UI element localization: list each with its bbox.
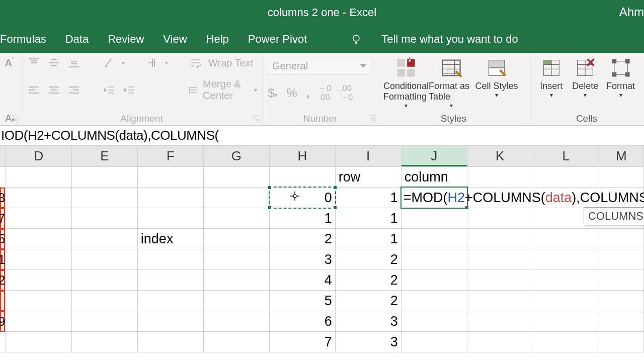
cell-J2-editing[interactable]: =MOD(H2+COLUMNS(data),COLUMNS — [401, 188, 467, 208]
format-icon — [610, 57, 632, 79]
number-format-dropdown[interactable]: General — [268, 57, 371, 75]
formula-bar[interactable]: IOD(H2+COLUMNS(data),COLUMNS( — [0, 126, 644, 146]
col-header-D[interactable]: D — [6, 146, 72, 166]
svg-point-17 — [293, 195, 296, 198]
svg-rect-7 — [489, 60, 505, 68]
col-header-J[interactable]: J — [401, 146, 467, 166]
wrap-text-button[interactable]: Wrap Text — [188, 57, 253, 69]
svg-rect-13 — [612, 59, 616, 63]
svg-rect-5 — [407, 69, 415, 76]
cell-I8[interactable]: 3 — [336, 311, 401, 332]
cell-I7[interactable]: 2 — [336, 291, 401, 311]
font-dialog-launcher[interactable]: ↘ — [11, 115, 19, 123]
cell-I9[interactable]: 3 — [336, 332, 401, 352]
cell-I6[interactable]: 2 — [336, 270, 401, 291]
tab-data[interactable]: Data — [65, 33, 89, 46]
cell-H5[interactable]: 3 — [270, 249, 336, 270]
cells-group: Insert▾ Delete▾ Format▾ Cells — [529, 53, 644, 125]
styles-group-label: Styles — [383, 111, 524, 124]
col-header-F[interactable]: F — [138, 146, 204, 166]
tab-view[interactable]: View — [163, 33, 187, 46]
col-header-G[interactable]: G — [204, 146, 270, 166]
function-tooltip: COLUMNS(arr — [584, 207, 644, 225]
lightbulb-icon — [350, 33, 362, 45]
styles-group: Conditional Formatting▾ Format as Table▾… — [378, 53, 529, 125]
conditional-formatting-icon — [395, 57, 417, 79]
cell-I1[interactable]: row — [336, 167, 401, 188]
chevron-down-icon — [360, 64, 367, 68]
svg-rect-10 — [543, 60, 551, 65]
title-bar: columns 2 one - Excel Ahm — [0, 0, 644, 25]
insert-cells-button[interactable]: Insert▾ — [534, 57, 569, 99]
merge-center-button[interactable]: Merge & Center ▾ — [189, 78, 257, 102]
cell-styles-icon — [486, 57, 508, 79]
font-size-button[interactable]: Aˇ — [5, 57, 14, 69]
svg-rect-2 — [397, 59, 405, 66]
align-center-icon[interactable] — [46, 84, 61, 96]
cell-H2-selected[interactable]: 0 — [270, 188, 336, 208]
decrease-decimal-button[interactable]: .00→0 — [340, 84, 353, 102]
cells-group-label: Cells — [534, 111, 639, 124]
comma-style-button[interactable]: , — [306, 86, 310, 100]
cell-styles-button[interactable]: Cell Styles▾ — [474, 57, 519, 109]
increase-decimal-button[interactable]: ←0.00 — [318, 84, 331, 102]
align-left-icon[interactable] — [26, 84, 41, 96]
currency-button[interactable]: $▾ — [268, 86, 277, 100]
conditional-formatting-button[interactable]: Conditional Formatting▾ — [383, 57, 429, 109]
number-group: General $▾ % , ←0.00 .00→0 Number ↘ — [263, 53, 378, 125]
merge-icon — [189, 84, 198, 96]
tab-power-pivot[interactable]: Power Pivot — [248, 33, 307, 46]
col-header-E[interactable]: E — [72, 146, 138, 166]
alignment-group: ▾ ▾ Wrap Text Mer — [21, 53, 263, 125]
align-top-icon[interactable] — [26, 57, 41, 69]
cell-H3[interactable]: 1 — [270, 208, 336, 229]
column-headers: D E F G H I J K L M — [0, 146, 644, 167]
tab-review[interactable]: Review — [108, 33, 144, 46]
svg-point-0 — [353, 35, 359, 41]
percent-button[interactable]: % — [286, 86, 297, 100]
delete-icon — [574, 57, 596, 79]
cell-I3[interactable]: 1 — [336, 208, 401, 229]
decrease-indent-icon[interactable] — [102, 84, 117, 96]
ribbon: Aˇ A▾ ↘ ▾ ▾ Wrap Text — [0, 53, 644, 126]
svg-rect-16 — [625, 72, 629, 77]
worksheet-grid[interactable]: D E F G H I J K L M row column 3 0 1 =M — [0, 146, 644, 352]
svg-rect-4 — [397, 69, 405, 76]
cell-I2[interactable]: 1 — [336, 188, 401, 208]
cell-I5[interactable]: 2 — [336, 249, 401, 270]
orientation-icon[interactable] — [102, 57, 117, 69]
col-header-H[interactable]: H — [270, 146, 336, 166]
align-bottom-icon[interactable] — [66, 57, 82, 69]
col-header-K[interactable]: K — [467, 146, 533, 166]
move-cursor-icon — [290, 192, 299, 201]
tell-me-search[interactable]: Tell me what you want to do — [381, 33, 518, 46]
insert-icon — [540, 57, 562, 79]
col-header-I[interactable]: I — [336, 146, 401, 166]
cell-H7[interactable]: 5 — [270, 291, 336, 311]
cell-H6[interactable]: 4 — [270, 270, 336, 291]
cell-I4[interactable]: 1 — [336, 229, 401, 249]
delete-cells-button[interactable]: Delete▾ — [569, 57, 603, 99]
number-group-label: Number — [268, 111, 373, 124]
increase-indent-icon[interactable] — [122, 84, 137, 96]
cell-H8[interactable]: 6 — [270, 311, 336, 332]
format-table-icon — [440, 57, 462, 79]
rtl-icon[interactable] — [145, 57, 160, 69]
cell-H9[interactable]: 7 — [270, 332, 336, 352]
col-header-L[interactable]: L — [533, 146, 599, 166]
tab-help[interactable]: Help — [206, 33, 229, 46]
cell-J1[interactable]: column — [401, 167, 467, 188]
svg-rect-15 — [612, 72, 616, 77]
format-cells-button[interactable]: Format▾ — [602, 57, 639, 99]
alignment-dialog-launcher[interactable]: ↘ — [252, 115, 260, 123]
col-header-M[interactable]: M — [599, 146, 644, 166]
tab-formulas[interactable]: Formulas — [0, 33, 46, 46]
account-name[interactable]: Ahm — [619, 0, 644, 25]
cell-F4[interactable]: index — [138, 229, 204, 249]
align-right-icon[interactable] — [66, 84, 82, 96]
format-as-table-button[interactable]: Format as Table▾ — [429, 57, 474, 109]
cell-H4[interactable]: 2 — [270, 229, 336, 249]
number-dialog-launcher[interactable]: ↘ — [368, 115, 376, 123]
font-group-partial: Aˇ A▾ ↘ — [0, 53, 21, 125]
align-middle-icon[interactable] — [46, 57, 61, 69]
